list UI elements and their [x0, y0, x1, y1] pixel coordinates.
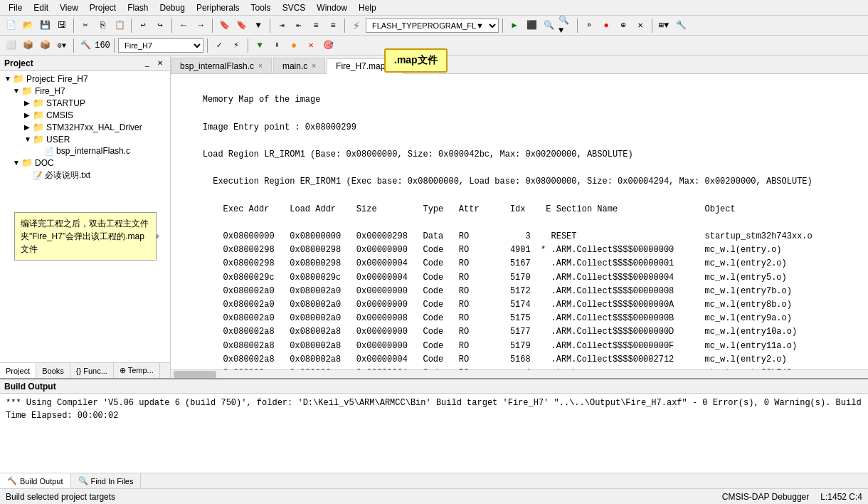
search-btn[interactable]: 🔍: [541, 18, 556, 33]
undo-btn[interactable]: ↩: [135, 18, 151, 33]
sep6: [344, 19, 345, 33]
sidebar-minimize-btn[interactable]: _: [142, 58, 153, 69]
tab-bsp-flash-close[interactable]: ×: [258, 62, 263, 70]
menu-edit[interactable]: Edit: [28, 1, 54, 14]
tree-project-root[interactable]: ▼ 📁 Project: Fire_H7: [1, 73, 169, 85]
nav-back-btn[interactable]: ←: [176, 18, 191, 33]
project-dropdown[interactable]: Fire_H7: [118, 38, 203, 53]
sidebar-close-btn[interactable]: ✕: [154, 58, 166, 69]
tree-label-user: USER: [46, 135, 70, 145]
menu-debug[interactable]: Debug: [154, 1, 191, 14]
t2-download2-btn[interactable]: ◆: [286, 38, 302, 53]
folder-icon-user: 📁: [33, 134, 44, 145]
build-tab-output-icon: 🔨: [7, 476, 17, 485]
circle-btn4[interactable]: ✕: [633, 18, 648, 33]
menu-flash[interactable]: Flash: [122, 1, 154, 14]
tree-bsp[interactable]: 📄 bsp_internalFlash.c: [1, 145, 169, 157]
nav-fwd-btn[interactable]: →: [193, 18, 208, 33]
map-callout-text: .map文件: [394, 54, 438, 65]
t2-btn6[interactable]: 160: [95, 38, 110, 53]
t2-btn2[interactable]: 📦: [20, 38, 36, 53]
tab-bsp-flash[interactable]: bsp_internalFlash.c ×: [171, 58, 272, 73]
tree-label-startup: STARTUP: [46, 98, 85, 108]
paste-btn[interactable]: 📋: [112, 18, 127, 33]
magnify-dropdown[interactable]: 🔍▼: [558, 18, 573, 33]
grid-btn[interactable]: ⊞▼: [656, 18, 672, 33]
h-scrollbar[interactable]: [171, 369, 868, 378]
sidebar-tab-project[interactable]: Project: [0, 363, 36, 378]
tab-main-close[interactable]: ×: [312, 62, 316, 70]
tree-label-bsp: bsp_internalFlash.c: [56, 146, 130, 156]
folder-icon-doc: 📁: [21, 157, 33, 168]
menu-help[interactable]: Help: [353, 1, 382, 14]
build-tab-find[interactable]: 🔍 Find In Files: [71, 473, 142, 488]
build-tab-find-label: Find In Files: [91, 477, 134, 485]
build-output-title: Build Output: [4, 382, 56, 392]
folder-icon-hal: 📁: [33, 122, 44, 132]
sidebar-tab-func[interactable]: {} Func...: [70, 363, 114, 378]
menu-bar: File Edit View Project Flash Debug Perip…: [0, 0, 868, 16]
tree-startup[interactable]: ▶ 📁 STARTUP: [1, 97, 169, 109]
build-tab-find-icon: 🔍: [78, 476, 88, 485]
unindent-btn[interactable]: ⇤: [291, 18, 307, 33]
indent-btn[interactable]: ⇥: [274, 18, 290, 33]
bookmark3-btn[interactable]: ▼: [250, 18, 266, 33]
t2-btn3[interactable]: 📦: [37, 38, 53, 53]
callout-text: 编译完工程之后，双击工程主文件夹"Fire_H7"会弹出该工程的.map文件: [21, 219, 149, 254]
circle-btn3[interactable]: ⊕: [615, 18, 631, 33]
menu-view[interactable]: View: [54, 1, 84, 14]
build-output-content[interactable]: *** Using Compiler 'V5.06 update 6 (buil…: [0, 394, 868, 473]
bookmark2-btn[interactable]: 🔖: [233, 18, 249, 33]
build-tab-output[interactable]: 🔨 Build Output: [0, 473, 71, 488]
tree-label-fire: Fire_H7: [35, 86, 65, 96]
menu-file[interactable]: File: [3, 1, 28, 14]
new-file-btn[interactable]: 📄: [3, 18, 18, 33]
tab-bsp-flash-label: bsp_internalFlash.c: [180, 61, 254, 71]
tree-user[interactable]: ▼ 📁 USER: [1, 133, 169, 145]
unindent2-btn[interactable]: ≡: [325, 18, 341, 33]
tab-main[interactable]: main.c ×: [273, 58, 325, 73]
sidebar-tab-books[interactable]: Books: [36, 363, 70, 378]
tree-hal[interactable]: ▶ 📁 STM32H7xx_HAL_Driver: [1, 121, 169, 133]
editor-content[interactable]: Memory Map of the image Image Entry poin…: [171, 74, 868, 369]
save-btn[interactable]: 💾: [37, 18, 53, 33]
cut-btn[interactable]: ✂: [78, 18, 93, 33]
indent2-btn[interactable]: ≡: [308, 18, 324, 33]
tree-arrow-fire: ▼: [13, 87, 21, 95]
t2-btn1[interactable]: ⬜: [3, 38, 18, 53]
wrench-btn[interactable]: 🔧: [673, 18, 689, 33]
flash-type-dropdown[interactable]: FLASH_TYPEPROGRAM_FL▼: [366, 19, 499, 33]
tree-cmsis[interactable]: ▶ 📁 CMSIS: [1, 109, 169, 121]
h-scrollbar-thumb[interactable]: [174, 371, 216, 378]
run-btn[interactable]: ▶: [507, 18, 522, 33]
bookmark-btn[interactable]: 🔖: [216, 18, 232, 33]
t2-erase-btn[interactable]: ✕: [303, 38, 319, 53]
circle-btn1[interactable]: ⚬: [581, 18, 597, 33]
t2-download-btn[interactable]: ⬇: [269, 38, 285, 53]
save-all-btn[interactable]: 🖫: [54, 18, 70, 33]
t2-btn4[interactable]: ⚙▼: [54, 38, 70, 53]
circle-btn2[interactable]: ●: [598, 18, 614, 33]
copy-btn[interactable]: ⎘: [95, 18, 110, 33]
open-file-btn[interactable]: 📂: [20, 18, 36, 33]
menu-window[interactable]: Window: [311, 1, 353, 14]
menu-svcs[interactable]: SVCS: [277, 1, 312, 14]
menu-peripherals[interactable]: Peripherals: [191, 1, 245, 14]
t2-btn5[interactable]: 🔨: [78, 38, 93, 53]
build-tab-output-label: Build Output: [20, 477, 63, 485]
sep3: [171, 19, 172, 33]
menu-project[interactable]: Project: [84, 1, 122, 14]
stop-btn[interactable]: ⬛: [524, 18, 539, 33]
menu-tools[interactable]: Tools: [245, 1, 277, 14]
t2-magic-btn[interactable]: ⚡: [228, 38, 244, 53]
tree-doc[interactable]: ▼ 📁 DOC: [1, 157, 169, 169]
t2-tick-btn[interactable]: ✓: [211, 38, 227, 53]
sep13: [248, 38, 248, 53]
tree-fire-h7[interactable]: ▼ 📁 Fire_H7: [1, 85, 169, 97]
sidebar-tab-temp[interactable]: ⊕ Temp...: [114, 363, 160, 378]
redo-btn[interactable]: ↪: [152, 18, 168, 33]
t2-target-btn[interactable]: 🎯: [320, 38, 336, 53]
sep10: [73, 38, 74, 53]
tree-readme[interactable]: 📝 必读说明.txt: [1, 169, 169, 182]
t2-flash-btn[interactable]: ▼: [252, 38, 268, 53]
